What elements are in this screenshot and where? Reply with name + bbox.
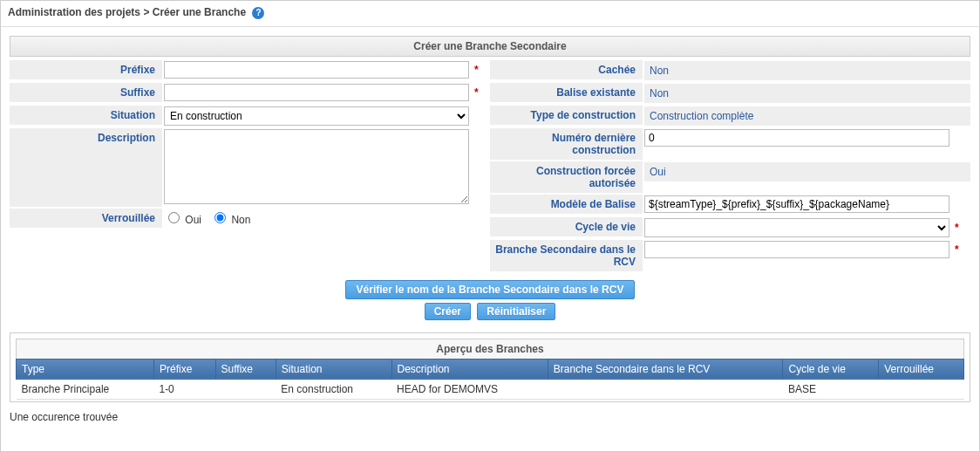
situation-label: Situation (10, 106, 162, 125)
cell-situation: En construction (276, 379, 391, 399)
forced-build-value: Oui (644, 162, 970, 181)
hidden-label: Cachée (490, 60, 643, 79)
forced-build-label: Construction forcée autorisée (490, 161, 643, 193)
breadcrumb-parent[interactable]: Administration des projets (8, 6, 140, 18)
col-prefix[interactable]: Préfixe (153, 359, 215, 379)
col-lifecycle[interactable]: Cycle de vie (783, 359, 879, 379)
required-mark: * (474, 86, 479, 99)
suffix-label: Suffixe (10, 83, 162, 102)
reset-button[interactable]: Réinitialiser (477, 303, 555, 320)
verify-button[interactable]: Vérifier le nom de la Branche Secondaire… (345, 280, 636, 299)
locked-label: Verrouillée (10, 209, 162, 228)
suffix-input[interactable] (164, 84, 469, 101)
description-textarea[interactable] (164, 129, 469, 204)
build-type-label: Type de construction (490, 106, 643, 125)
table-row[interactable]: Branche Principale 1-0 En construction H… (17, 379, 964, 399)
existing-tag-value: Non (644, 84, 970, 103)
required-mark: * (955, 222, 959, 234)
lifecycle-select[interactable] (644, 218, 949, 237)
cell-secondary (548, 379, 783, 399)
secondary-branch-input[interactable] (644, 241, 949, 258)
situation-select[interactable]: En construction (164, 106, 469, 126)
tag-model-input[interactable] (644, 195, 949, 213)
cell-suffix (215, 379, 276, 399)
hidden-value: Non (644, 61, 970, 80)
secondary-branch-label: Branche Secondaire dans le RCV (490, 240, 643, 271)
panel-title: Créer une Branche Secondaire (10, 36, 970, 57)
col-secondary[interactable]: Branche Secondaire dans le RCV (548, 359, 783, 379)
description-label: Description (10, 128, 162, 207)
last-build-input[interactable] (644, 129, 949, 147)
col-type[interactable]: Type (17, 359, 154, 379)
cell-type: Branche Principale (17, 379, 154, 399)
cell-prefix: 1-0 (153, 379, 215, 399)
result-count: Une occurence trouvée (1, 406, 979, 430)
existing-tag-label: Balise existante (490, 83, 643, 102)
create-button[interactable]: Créer (425, 303, 471, 320)
col-locked[interactable]: Verrouillée (879, 359, 964, 379)
branches-table: Type Préfixe Suffixe Situation Descripti… (16, 359, 964, 400)
col-description[interactable]: Description (391, 359, 548, 379)
col-suffix[interactable]: Suffixe (215, 359, 276, 379)
locked-radio-yes[interactable]: Oui (164, 209, 201, 226)
last-build-label: Numéro dernière construction (490, 128, 643, 160)
build-type-value: Construction complète (644, 106, 970, 126)
tag-model-label: Modèle de Balise (490, 195, 643, 214)
col-situation[interactable]: Situation (276, 359, 391, 379)
breadcrumb-current: Créer une Branche (153, 6, 246, 18)
cell-lifecycle: BASE (783, 379, 879, 399)
breadcrumb-sep: > (143, 6, 149, 18)
locked-radio-no[interactable]: Non (210, 209, 250, 226)
breadcrumb: Administration des projets > Créer une B… (1, 1, 979, 27)
cell-locked (879, 379, 964, 399)
help-icon[interactable]: ? (252, 7, 264, 19)
prefix-label: Préfixe (10, 60, 162, 79)
required-mark: * (474, 64, 479, 76)
prefix-input[interactable] (164, 61, 469, 79)
required-mark: * (955, 243, 959, 256)
table-title: Aperçu des Branches (16, 339, 964, 359)
cell-description: HEAD for DEMOMVS (391, 379, 548, 399)
lifecycle-label: Cycle de vie (490, 217, 643, 236)
